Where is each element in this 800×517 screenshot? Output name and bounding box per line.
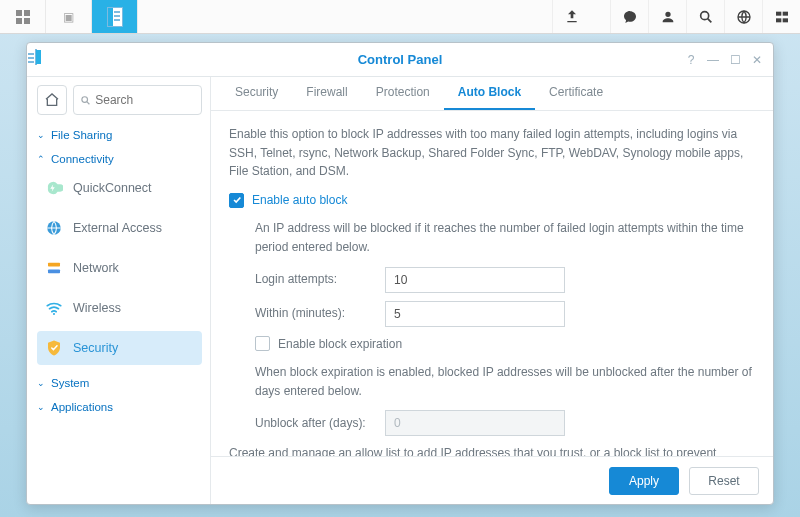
taskbar-app-1[interactable]: ▣: [46, 0, 92, 33]
control-panel-window: Control Panel ? — ☐ ✕ ⌄File Sharing ⌃Con…: [26, 42, 774, 505]
attempts-label: Login attempts:: [255, 270, 385, 289]
sidebar-item-wireless[interactable]: Wireless: [37, 291, 202, 325]
tray-pilot[interactable]: [762, 0, 800, 33]
sidebar-item-quickconnect[interactable]: QuickConnect: [37, 171, 202, 205]
search-icon: [698, 9, 714, 25]
unblock-label: Unblock after (days):: [255, 414, 385, 433]
tab-protection[interactable]: Protection: [362, 76, 444, 110]
titlebar: Control Panel ? — ☐ ✕: [27, 43, 773, 77]
expire-desc-text: When block expiration is enabled, blocke…: [255, 363, 755, 400]
sidebar-item-label: Wireless: [73, 301, 121, 315]
tab-security[interactable]: Security: [221, 76, 292, 110]
taskbar-launcher[interactable]: [0, 0, 46, 33]
apply-button[interactable]: Apply: [609, 467, 679, 495]
svg-point-6: [82, 96, 88, 102]
svg-rect-8: [48, 263, 60, 267]
tray-search[interactable]: [686, 0, 724, 33]
within-label: Within (minutes):: [255, 304, 385, 323]
search-input[interactable]: [95, 93, 195, 107]
sidebar-item-externalaccess[interactable]: External Access: [37, 211, 202, 245]
tray-notify[interactable]: [610, 0, 648, 33]
enable-autoblock-label: Enable auto block: [252, 191, 347, 210]
taskbar-tray: [552, 0, 800, 33]
globe-icon: [736, 9, 752, 25]
controlpanel-icon: [107, 7, 123, 27]
user-icon: [660, 9, 676, 25]
section-file-sharing[interactable]: ⌄File Sharing: [37, 129, 202, 141]
shield-icon: [45, 339, 63, 357]
tab-autoblock[interactable]: Auto Block: [444, 76, 535, 110]
search-box[interactable]: [73, 85, 202, 115]
bubble-icon: [622, 9, 638, 25]
content-autoblock: Enable this option to block IP addresses…: [211, 111, 773, 456]
ip-desc-text: An IP address will be blocked if it reac…: [255, 219, 755, 256]
chevron-down-icon: ⌄: [37, 130, 45, 140]
quickconnect-icon: [45, 179, 63, 197]
section-applications[interactable]: ⌄Applications: [37, 401, 202, 413]
minimize-button[interactable]: —: [703, 50, 723, 70]
unblock-input: [385, 410, 565, 436]
tray-user[interactable]: [648, 0, 686, 33]
chevron-up-icon: ⌃: [37, 154, 45, 164]
sidebar-item-label: QuickConnect: [73, 181, 152, 195]
allow-desc-text: Create and manage an allow list to add I…: [229, 444, 755, 456]
grid-icon: [16, 10, 30, 24]
attempts-input[interactable]: [385, 267, 565, 293]
tab-firewall[interactable]: Firewall: [292, 76, 361, 110]
enable-expiration-checkbox[interactable]: [255, 336, 270, 351]
section-connectivity[interactable]: ⌃Connectivity: [37, 153, 202, 165]
sidebar-item-security[interactable]: Security: [37, 331, 202, 365]
window-icon: [35, 50, 37, 64]
svg-rect-2: [776, 11, 781, 15]
network-icon: [45, 259, 63, 277]
taskbar: ▣: [0, 0, 800, 34]
tray-widgets[interactable]: [724, 0, 762, 33]
svg-rect-9: [48, 270, 60, 274]
close-button[interactable]: ✕: [747, 50, 767, 70]
chevron-down-icon: ⌄: [37, 378, 45, 388]
reset-button[interactable]: Reset: [689, 467, 759, 495]
svg-rect-3: [782, 11, 787, 15]
tab-bar: Security Firewall Protection Auto Block …: [211, 77, 773, 111]
tray-upload[interactable]: [552, 0, 590, 33]
help-button[interactable]: ?: [681, 50, 701, 70]
window-title: Control Panel: [358, 52, 443, 67]
sidebar-item-label: Security: [73, 341, 118, 355]
globe-icon: [45, 219, 63, 237]
tab-certificate[interactable]: Certificate: [535, 76, 617, 110]
search-icon: [80, 94, 91, 107]
svg-rect-5: [782, 18, 787, 22]
maximize-button[interactable]: ☐: [725, 50, 745, 70]
enable-autoblock-checkbox[interactable]: [229, 193, 244, 208]
home-icon: [44, 92, 60, 108]
footer: Apply Reset: [211, 456, 773, 504]
svg-rect-4: [776, 18, 781, 22]
main-panel: Security Firewall Protection Auto Block …: [211, 77, 773, 504]
svg-point-10: [53, 313, 55, 315]
chevron-down-icon: ⌄: [37, 402, 45, 412]
check-icon: [232, 195, 242, 205]
within-input[interactable]: [385, 301, 565, 327]
sidebar: ⌄File Sharing ⌃Connectivity QuickConnect…: [27, 77, 211, 504]
sidebar-item-network[interactable]: Network: [37, 251, 202, 285]
intro-text: Enable this option to block IP addresses…: [229, 125, 755, 181]
sidebar-item-label: External Access: [73, 221, 162, 235]
panels-icon: [774, 9, 790, 25]
section-system[interactable]: ⌄System: [37, 377, 202, 389]
taskbar-app-controlpanel[interactable]: [92, 0, 138, 33]
wifi-icon: [45, 299, 63, 317]
svg-point-0: [700, 11, 708, 19]
upload-icon: [564, 9, 580, 25]
enable-expiration-label: Enable block expiration: [278, 335, 402, 354]
sidebar-item-label: Network: [73, 261, 119, 275]
home-button[interactable]: [37, 85, 67, 115]
